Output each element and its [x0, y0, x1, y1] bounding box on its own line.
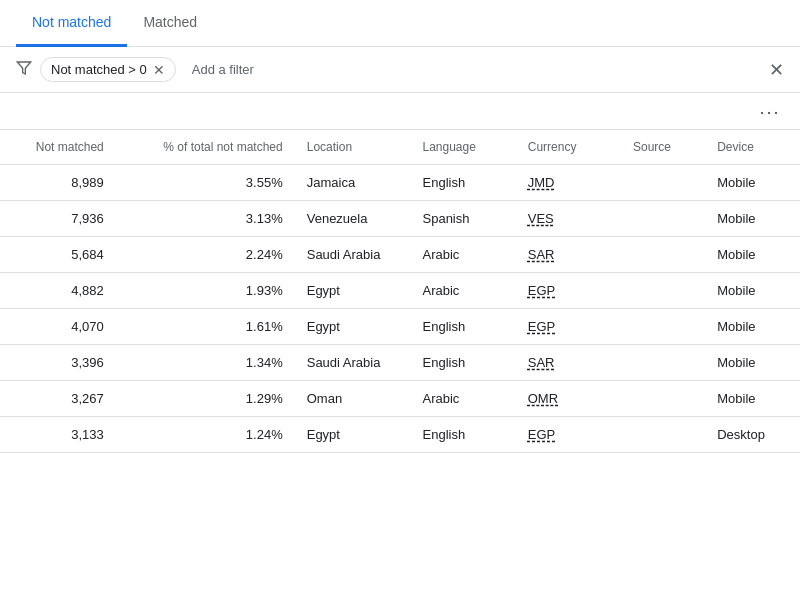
table-cell: Mobile — [705, 165, 800, 201]
table-row: 3,3961.34%Saudi ArabiaEnglishSARMobile — [0, 345, 800, 381]
col-header-language: Language — [411, 130, 516, 165]
table-cell: Saudi Arabia — [295, 237, 411, 273]
table-cell — [621, 201, 705, 237]
table-cell: English — [411, 345, 516, 381]
table-cell: EGP — [516, 309, 621, 345]
table-cell: Mobile — [705, 381, 800, 417]
table-cell — [621, 309, 705, 345]
table-cell: SAR — [516, 237, 621, 273]
table-cell: 3,133 — [0, 417, 116, 453]
table-cell: 2.24% — [116, 237, 295, 273]
table-cell: Jamaica — [295, 165, 411, 201]
table-cell: Saudi Arabia — [295, 345, 411, 381]
table-cell: 3.55% — [116, 165, 295, 201]
table-cell: 8,989 — [0, 165, 116, 201]
table-cell — [621, 237, 705, 273]
tabs-container: Not matched Matched — [0, 0, 800, 47]
col-header-currency: Currency — [516, 130, 621, 165]
table-cell: 4,882 — [0, 273, 116, 309]
table-cell: English — [411, 309, 516, 345]
table-row: 7,9363.13%VenezuelaSpanishVESMobile — [0, 201, 800, 237]
table-cell: 1.34% — [116, 345, 295, 381]
table-cell: 3.13% — [116, 201, 295, 237]
col-header-pct: % of total not matched — [116, 130, 295, 165]
table-cell: Egypt — [295, 417, 411, 453]
table-cell: 3,396 — [0, 345, 116, 381]
table-cell: SAR — [516, 345, 621, 381]
table-cell: Desktop — [705, 417, 800, 453]
tab-not-matched[interactable]: Not matched — [16, 0, 127, 47]
filter-close-button[interactable]: ✕ — [769, 59, 784, 81]
options-row: ⋮ — [0, 93, 800, 129]
table-cell: Venezuela — [295, 201, 411, 237]
table-cell: EGP — [516, 417, 621, 453]
table-cell: Arabic — [411, 381, 516, 417]
more-options-button[interactable]: ⋮ — [752, 97, 784, 127]
table-cell: 1.29% — [116, 381, 295, 417]
table-row: 3,1331.24%EgyptEnglishEGPDesktop — [0, 417, 800, 453]
table-cell: EGP — [516, 273, 621, 309]
col-header-not-matched: Not matched — [0, 130, 116, 165]
col-header-device: Device — [705, 130, 800, 165]
table-cell: Mobile — [705, 273, 800, 309]
filter-chip-close[interactable]: ✕ — [153, 63, 165, 77]
tab-matched[interactable]: Matched — [127, 0, 213, 47]
table-cell — [621, 273, 705, 309]
table-cell: Oman — [295, 381, 411, 417]
table-row: 5,6842.24%Saudi ArabiaArabicSARMobile — [0, 237, 800, 273]
table-cell: VES — [516, 201, 621, 237]
table-row: 4,8821.93%EgyptArabicEGPMobile — [0, 273, 800, 309]
table-cell: English — [411, 165, 516, 201]
table-row: 8,9893.55%JamaicaEnglishJMDMobile — [0, 165, 800, 201]
table-cell — [621, 345, 705, 381]
table-cell: 1.61% — [116, 309, 295, 345]
table-cell — [621, 165, 705, 201]
table-cell: JMD — [516, 165, 621, 201]
table-cell: 5,684 — [0, 237, 116, 273]
table-cell: 1.93% — [116, 273, 295, 309]
table-cell: Mobile — [705, 345, 800, 381]
table-row: 4,0701.61%EgyptEnglishEGPMobile — [0, 309, 800, 345]
filter-chip[interactable]: Not matched > 0 ✕ — [40, 57, 176, 82]
table-cell: 7,936 — [0, 201, 116, 237]
table-cell: Mobile — [705, 201, 800, 237]
table-header-row: Not matched % of total not matched Locat… — [0, 130, 800, 165]
col-header-source: Source — [621, 130, 705, 165]
table-cell: 1.24% — [116, 417, 295, 453]
table-row: 3,2671.29%OmanArabicOMRMobile — [0, 381, 800, 417]
table-cell: 4,070 — [0, 309, 116, 345]
filter-chip-label: Not matched > 0 — [51, 62, 147, 77]
table-cell: Mobile — [705, 309, 800, 345]
filter-row: Not matched > 0 ✕ Add a filter ✕ — [0, 47, 800, 93]
col-header-location: Location — [295, 130, 411, 165]
data-table: Not matched % of total not matched Locat… — [0, 129, 800, 453]
table-cell: 3,267 — [0, 381, 116, 417]
table-cell — [621, 417, 705, 453]
table-cell: Mobile — [705, 237, 800, 273]
table-cell — [621, 381, 705, 417]
table-cell: Spanish — [411, 201, 516, 237]
table-cell: Egypt — [295, 309, 411, 345]
table-cell: Arabic — [411, 273, 516, 309]
table-cell: English — [411, 417, 516, 453]
filter-icon — [16, 60, 32, 80]
table-cell: OMR — [516, 381, 621, 417]
table-cell: Arabic — [411, 237, 516, 273]
add-filter-button[interactable]: Add a filter — [184, 58, 262, 81]
table-cell: Egypt — [295, 273, 411, 309]
svg-marker-0 — [17, 62, 30, 74]
